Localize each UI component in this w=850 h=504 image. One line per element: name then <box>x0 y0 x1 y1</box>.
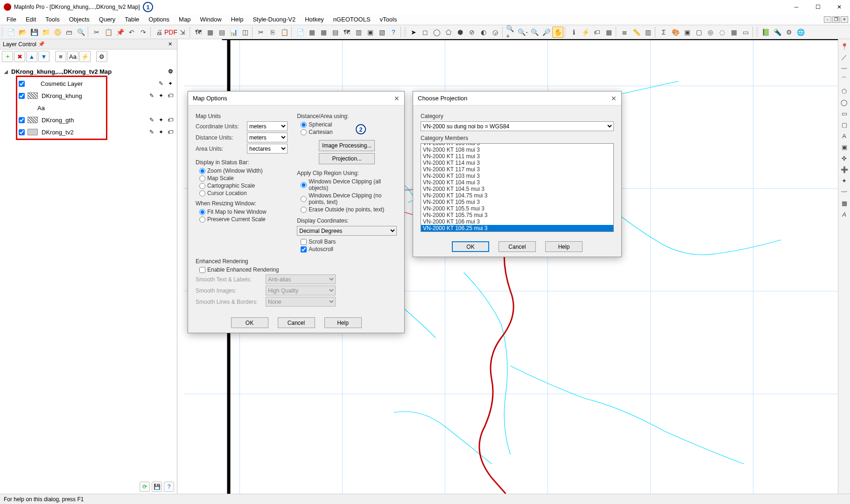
autoscroll-checkbox[interactable] <box>301 246 307 252</box>
help-button[interactable]: Help <box>324 317 362 328</box>
cascade-icon[interactable]: ▧ <box>376 27 387 38</box>
clip-on-icon[interactable]: ▢ <box>693 27 704 38</box>
hotlink-options-button[interactable]: ⚡ <box>79 51 91 62</box>
legend2-icon[interactable]: ▥ <box>642 27 653 38</box>
add-layer-button[interactable]: ＋ <box>2 51 13 62</box>
cancel-button[interactable]: Cancel <box>499 241 536 252</box>
projection-item[interactable]: VN-2000 KT 104 mui 3 <box>421 179 613 186</box>
menu-window[interactable]: Window <box>195 14 226 24</box>
projection-item[interactable]: VN-2000 KT 104.5 mui 3 <box>421 186 613 192</box>
clear-target-icon[interactable]: ◌ <box>717 27 728 38</box>
hotlink-icon[interactable]: ⚡ <box>580 27 591 38</box>
clip-icon[interactable]: ▣ <box>681 27 693 38</box>
menu-hotkey[interactable]: Hotkey <box>300 14 328 24</box>
invert-icon[interactable]: ◐ <box>478 27 489 38</box>
mdi-close-icon[interactable]: × <box>841 16 848 23</box>
layer-row[interactable]: DKrong_tv2 ✎ ✦ 🏷 <box>3 126 174 138</box>
status-radio-cursor[interactable]: Cursor Location <box>199 190 288 196</box>
projection-item[interactable]: VN-2000 KT 106.25 mui 3 <box>421 225 613 231</box>
projection-item[interactable]: VN-2000 KT 114 mui 3 <box>421 160 613 166</box>
area-units-select[interactable]: hectares <box>247 144 288 154</box>
coord-units-select[interactable]: meters <box>247 121 288 131</box>
pan-icon[interactable]: ✋ <box>552 27 563 38</box>
open-file-icon[interactable]: 📂 <box>17 27 28 38</box>
menu-table[interactable]: Table <box>120 14 144 24</box>
unselect-icon[interactable]: ⊘ <box>466 27 478 38</box>
copy-icon[interactable]: 📋 <box>103 27 114 38</box>
refresh-icon[interactable]: ⟳ <box>140 482 150 492</box>
zoom-out-icon[interactable]: 🔍- <box>517 27 528 38</box>
ok-button[interactable]: OK <box>231 317 268 328</box>
menu-file[interactable]: File <box>2 14 21 24</box>
layer-row[interactable]: DKrong_gth ✎ ✦ 🏷 <box>3 114 174 126</box>
boundary-select-icon[interactable]: ⬢ <box>455 27 466 38</box>
move-down-button[interactable]: ▼ <box>38 51 49 62</box>
layer-visible-checkbox[interactable] <box>19 81 25 87</box>
custom1-icon[interactable]: 📗 <box>760 27 771 38</box>
label-icon[interactable]: 🏷 <box>591 27 603 38</box>
line-style-icon[interactable]: 〰 <box>839 187 850 197</box>
label-icon[interactable]: 🏷 <box>167 128 174 136</box>
scrollbars-check-row[interactable]: Scroll Bars <box>301 238 397 245</box>
autoscroll-check-row[interactable]: Autoscroll <box>301 246 397 252</box>
help-button[interactable]: Help <box>545 241 583 252</box>
map-options-title[interactable]: Map Options ✕ <box>188 91 404 105</box>
menu-style-duong[interactable]: Style-Duong-V2 <box>248 14 300 24</box>
text-icon[interactable]: A <box>839 131 850 141</box>
arrow-icon[interactable]: ➤ <box>408 27 419 38</box>
status-radio-scale[interactable]: Map Scale <box>199 175 288 182</box>
paste2-icon[interactable]: 📋 <box>279 27 290 38</box>
copy2-icon[interactable]: ⎘ <box>267 27 278 38</box>
pin-icon[interactable]: 📌 <box>38 41 45 47</box>
polyline-icon[interactable]: 〰 <box>839 63 850 74</box>
projection-item[interactable]: VN-2000 KT 105.75 mui 3 <box>421 212 613 218</box>
projection-item[interactable]: VN-2000 KT 111 mui 3 <box>421 153 613 160</box>
new-browser2-icon[interactable]: ▦ <box>306 27 317 38</box>
export-icon[interactable]: ⇲ <box>177 27 188 38</box>
map-options-icon[interactable]: ⚙ <box>167 68 174 75</box>
projection-title[interactable]: Choose Projection ✕ <box>413 91 621 105</box>
layout2-icon[interactable]: ▤ <box>330 27 341 38</box>
menu-options[interactable]: Options <box>144 14 174 24</box>
layer-visible-checkbox[interactable] <box>19 129 25 135</box>
scrollbars-checkbox[interactable] <box>301 239 307 245</box>
mdi-restore-icon[interactable]: ❐ <box>832 16 840 23</box>
label-icon[interactable]: 🏷 <box>167 116 174 124</box>
resize-radio-preserve[interactable]: Preserve Current Scale <box>199 216 288 223</box>
map-node[interactable]: ◢ DKrong_khung,...,DKrong_tv2 Map ⚙ <box>3 65 174 77</box>
new-red-icon[interactable]: ▦ <box>318 27 329 38</box>
theme-icon[interactable]: 🎨 <box>670 27 681 38</box>
region-style-icon[interactable]: ▦ <box>839 198 850 208</box>
arc-icon[interactable]: ⌒ <box>839 75 850 85</box>
legend-icon[interactable]: ▥ <box>353 27 364 38</box>
graph-select-icon[interactable]: ◶ <box>490 27 501 38</box>
redo-icon[interactable]: ↷ <box>138 27 149 38</box>
remove-layer-button[interactable]: ✖ <box>14 51 25 62</box>
close-icon[interactable]: ✕ <box>611 95 617 102</box>
drag-map-icon[interactable]: ▦ <box>603 27 614 38</box>
ruler-icon[interactable]: 📏 <box>631 27 642 38</box>
addnode-icon[interactable]: ➕ <box>839 164 850 175</box>
resize-radio-fit[interactable]: Fit Map to New Window <box>199 209 288 215</box>
layer-visible-checkbox[interactable] <box>19 93 25 99</box>
menu-objects[interactable]: Objects <box>64 14 94 24</box>
ellipse-icon[interactable]: ◯ <box>839 97 850 107</box>
projection-item[interactable]: VN-2000 KT 103 mui 3 <box>421 173 613 179</box>
polygon-icon[interactable]: ⬠ <box>839 86 850 96</box>
print-icon[interactable]: 🖨 <box>154 27 165 38</box>
polygon-select-icon[interactable]: ⬠ <box>443 27 454 38</box>
enh-render-checkbox[interactable] <box>199 267 205 273</box>
projection-item[interactable]: VN-2000 KT 117 mui 3 <box>421 166 613 173</box>
custom4-icon[interactable]: 🌐 <box>795 27 806 38</box>
menu-ngeotools[interactable]: nGEOTOOLS <box>329 14 375 24</box>
menu-vtools[interactable]: vTools <box>375 14 402 24</box>
dist-radio-spherical[interactable]: Spherical <box>301 121 397 128</box>
radius-select-icon[interactable]: ◯ <box>431 27 443 38</box>
display-coord-select[interactable]: Decimal Degrees <box>297 226 397 236</box>
style-icon[interactable]: ✦ <box>157 128 165 136</box>
sql-icon[interactable]: 🔍 <box>75 27 86 38</box>
layer-visible-checkbox[interactable] <box>19 117 25 123</box>
cut-icon[interactable]: ✂ <box>91 27 102 38</box>
cut2-icon[interactable]: ✂ <box>255 27 267 38</box>
scale-bar-icon[interactable]: ▭ <box>740 27 751 38</box>
